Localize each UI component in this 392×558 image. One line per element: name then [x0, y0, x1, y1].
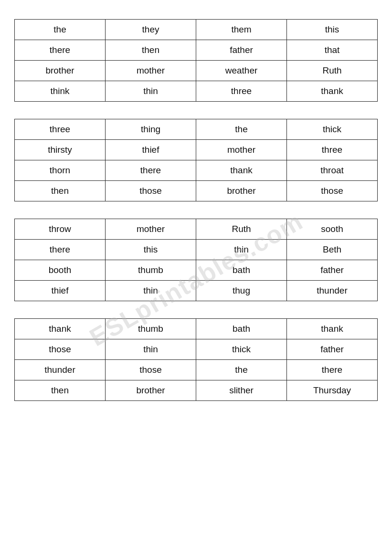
word-cell: Beth [287, 240, 378, 260]
table-row: threethingthethick [15, 119, 378, 140]
word-cell: thumb [106, 260, 196, 281]
word-cell: those [106, 360, 196, 380]
word-cell: father [196, 40, 287, 61]
word-cell: brother [106, 380, 196, 401]
word-table-2: threethingthethickthirstythiefmotherthre… [14, 119, 378, 201]
table-row: thiefthinthugthunder [15, 281, 378, 301]
word-cell: there [15, 240, 106, 260]
word-cell: mother [106, 61, 196, 81]
word-cell: thorn [15, 160, 106, 181]
word-table-1: thetheythemthistherethenfatherthatbrothe… [14, 19, 378, 102]
word-cell: bath [196, 260, 287, 281]
table-row: thenbrotherslitherThursday [15, 380, 378, 401]
word-cell: then [106, 40, 196, 61]
table-row: thetheythemthis [15, 20, 378, 40]
word-cell: think [15, 81, 106, 102]
word-cell: brother [15, 61, 106, 81]
word-cell: then [15, 181, 106, 201]
word-cell: thank [15, 319, 106, 339]
table-row: therethisthinBeth [15, 240, 378, 260]
word-cell: thick [287, 119, 378, 140]
word-cell: those [287, 181, 378, 201]
word-cell: thin [106, 281, 196, 301]
word-cell: booth [15, 260, 106, 281]
word-cell: thunder [15, 360, 106, 380]
word-cell: there [106, 160, 196, 181]
word-cell: thirsty [15, 140, 106, 160]
table-row: therethenfatherthat [15, 40, 378, 61]
word-cell: thin [106, 339, 196, 360]
tables-container: thetheythemthistherethenfatherthatbrothe… [14, 19, 378, 401]
word-table-3: throwmotherRuthsooththerethisthinBethboo… [14, 219, 378, 301]
table-row: brothermotherweatherRuth [15, 61, 378, 81]
word-cell: father [287, 260, 378, 281]
table-row: thorntherethankthroat [15, 160, 378, 181]
table-row: thankthumbbaththank [15, 319, 378, 339]
word-cell: mother [196, 140, 287, 160]
word-cell: thank [196, 160, 287, 181]
word-cell: thank [287, 81, 378, 102]
word-cell: three [287, 140, 378, 160]
word-cell: thin [196, 240, 287, 260]
word-cell: throat [287, 160, 378, 181]
word-cell: thunder [287, 281, 378, 301]
word-cell: thin [106, 81, 196, 102]
word-cell: Ruth [196, 219, 287, 240]
word-cell: thug [196, 281, 287, 301]
word-cell: this [287, 20, 378, 40]
table-row: thunderthosethethere [15, 360, 378, 380]
word-cell: those [15, 339, 106, 360]
table-row: thenthosebrotherthose [15, 181, 378, 201]
table-row: thosethinthickfather [15, 339, 378, 360]
word-cell: then [15, 380, 106, 401]
word-cell: there [287, 360, 378, 380]
word-cell: brother [196, 181, 287, 201]
word-cell: thief [106, 140, 196, 160]
word-cell: the [196, 119, 287, 140]
word-cell: weather [196, 61, 287, 81]
word-cell: throw [15, 219, 106, 240]
word-cell: them [196, 20, 287, 40]
word-cell: sooth [287, 219, 378, 240]
word-cell: that [287, 40, 378, 61]
word-cell: thick [196, 339, 287, 360]
word-cell: Ruth [287, 61, 378, 81]
word-cell: thumb [106, 319, 196, 339]
word-cell: father [287, 339, 378, 360]
word-cell: they [106, 20, 196, 40]
table-row: thinkthinthreethank [15, 81, 378, 102]
word-cell: thing [106, 119, 196, 140]
word-cell: thief [15, 281, 106, 301]
word-cell: Thursday [287, 380, 378, 401]
word-cell: the [15, 20, 106, 40]
word-cell: three [196, 81, 287, 102]
word-cell: there [15, 40, 106, 61]
word-cell: three [15, 119, 106, 140]
word-table-4: thankthumbbaththankthosethinthickfathert… [14, 318, 378, 401]
table-row: thirstythiefmotherthree [15, 140, 378, 160]
word-cell: bath [196, 319, 287, 339]
table-row: booththumbbathfather [15, 260, 378, 281]
word-cell: slither [196, 380, 287, 401]
word-cell: this [106, 240, 196, 260]
word-cell: the [196, 360, 287, 380]
table-row: throwmotherRuthsooth [15, 219, 378, 240]
word-cell: those [106, 181, 196, 201]
word-cell: thank [287, 319, 378, 339]
word-cell: mother [106, 219, 196, 240]
